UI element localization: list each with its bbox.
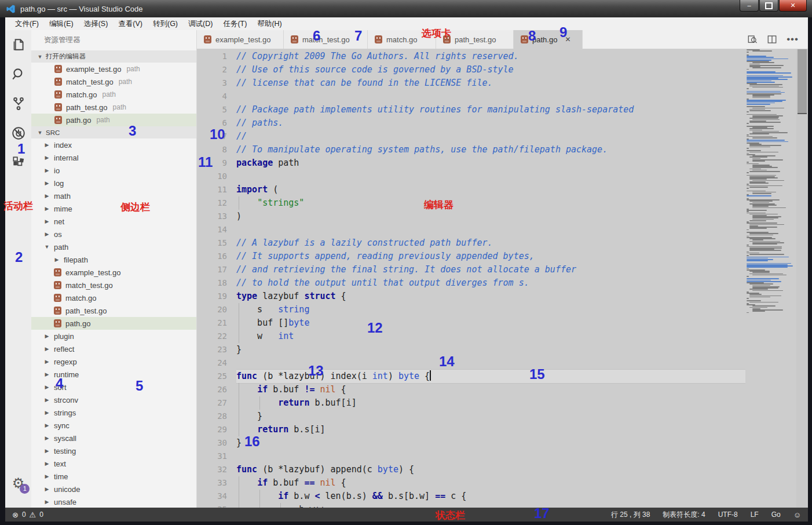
tree-item-unsafe[interactable]: ▶unsafe (31, 495, 196, 508)
debug-icon[interactable] (11, 126, 26, 141)
menu-item-s[interactable]: 选择(S) (79, 17, 114, 30)
open-preview-icon[interactable] (747, 34, 758, 45)
open-editors-header[interactable]: ▼ 打开的编辑器 (31, 50, 196, 63)
open-editor-item-match.go[interactable]: match.gopath (31, 88, 196, 101)
tree-item-reflect[interactable]: ▶reflect (31, 342, 196, 355)
minimize-button[interactable]: – (740, 0, 759, 12)
tree-item-path_test.go[interactable]: path_test.go (31, 304, 196, 317)
code-line-34: if b.w < len(b.s) && b.s[b.w] == c { (236, 490, 808, 503)
settings-button[interactable]: ⚙1 (12, 476, 25, 490)
minimap-line (747, 213, 766, 214)
minimap-line (752, 67, 781, 68)
indent-guide (239, 423, 239, 436)
problems-indicator[interactable]: ⊗ 0 ⚠ 0 (12, 511, 43, 519)
tree-item-path[interactable]: ▼path (31, 240, 196, 253)
chevron-right-icon: ▶ (44, 231, 50, 237)
tab-path_test.go[interactable]: path_test.go (436, 30, 514, 49)
status-eol[interactable]: LF (751, 511, 759, 519)
code-area[interactable]: // Copyright 2009 The Go Authors. All ri… (236, 49, 808, 508)
tree-item-match.go[interactable]: match.go (31, 291, 196, 304)
status-encoding[interactable]: UTF-8 (718, 511, 738, 519)
menu-item-t[interactable]: 任务(T) (218, 17, 252, 30)
line-number: 22 (197, 330, 227, 343)
warning-count: 0 (39, 511, 43, 519)
tree-item-label: net (54, 217, 64, 226)
minimap[interactable] (745, 49, 796, 508)
chevron-right-icon: ▶ (44, 167, 50, 173)
tab-match.go[interactable]: match.go (368, 30, 436, 49)
tree-item-net[interactable]: ▶net (31, 215, 196, 228)
tree-item-match_test.go[interactable]: match_test.go (31, 279, 196, 291)
open-editor-item-example_test.go[interactable]: example_test.gopath (31, 63, 196, 75)
menu-item-g[interactable]: 转到(G) (148, 17, 183, 30)
source-control-icon[interactable] (11, 96, 26, 111)
menu-item-e[interactable]: 编辑(E) (44, 17, 79, 30)
src-section-header[interactable]: ▼ SRC (31, 126, 196, 138)
line-number: 14 (197, 223, 227, 236)
feedback-smiley-icon[interactable]: ☺ (793, 511, 801, 519)
split-editor-icon[interactable] (767, 34, 777, 45)
tree-item-runtime[interactable]: ▶runtime (31, 368, 196, 381)
status-tab-size[interactable]: 制表符长度: 4 (663, 510, 705, 520)
tree-item-testing[interactable]: ▶testing (31, 444, 196, 457)
tree-item-sync[interactable]: ▶sync (31, 419, 196, 432)
explorer-icon[interactable] (11, 37, 26, 52)
menu-item-d[interactable]: 调试(D) (183, 17, 218, 30)
indent-guide (239, 196, 239, 210)
search-icon[interactable] (11, 67, 26, 82)
minimap-line (749, 294, 762, 295)
close-button[interactable]: ✕ (779, 0, 807, 12)
chevron-right-icon: ▶ (44, 180, 50, 186)
code-line-15: // A lazybuf is a lazily constructed pat… (236, 236, 808, 250)
minimap-line (749, 133, 769, 134)
close-tab-icon[interactable]: ✕ (565, 35, 570, 43)
menu-item-h[interactable]: 帮助(H) (252, 17, 287, 30)
editor[interactable]: 1234567891011121314151617181920212223242… (197, 49, 808, 508)
tree-item-plugin[interactable]: ▶plugin (31, 330, 196, 342)
minimap-line (749, 118, 778, 119)
status-bar: ⊗ 0 ⚠ 0 行 25 , 列 38制表符长度: 4UTF-8LFGo☺ (5, 508, 808, 522)
minimap-line (752, 275, 787, 276)
editor-scrollbar[interactable] (796, 49, 808, 508)
tree-item-math[interactable]: ▶math (31, 189, 196, 202)
tree-item-unicode[interactable]: ▶unicode (31, 483, 196, 495)
tree-item-filepath[interactable]: ▶filepath (31, 253, 196, 266)
menu-item-f[interactable]: 文件(F) (10, 17, 44, 30)
extensions-icon[interactable] (11, 155, 26, 170)
tree-item-label: sort (54, 383, 67, 392)
minimap-line (752, 137, 777, 138)
status-language-mode[interactable]: Go (771, 511, 781, 519)
tree-item-text[interactable]: ▶text (31, 457, 196, 470)
open-editor-item-path_test.go[interactable]: path_test.gopath (31, 101, 196, 114)
tree-item-strings[interactable]: ▶strings (31, 406, 196, 419)
tree-item-os[interactable]: ▶os (31, 228, 196, 240)
tab-path.go[interactable]: path.go✕ (514, 30, 583, 49)
open-editor-item-path.go[interactable]: path.gopath (31, 114, 196, 126)
tree-item-syscall[interactable]: ▶syscall (31, 432, 196, 444)
tree-item-example_test.go[interactable]: example_test.go (31, 266, 196, 279)
tree-item-label: plugin (54, 332, 74, 341)
tree-item-path.go[interactable]: path.go (31, 317, 196, 330)
line-number: 17 (197, 263, 227, 276)
open-editor-item-match_test.go[interactable]: match_test.gopath (31, 75, 196, 88)
tab-example_test.go[interactable]: example_test.go (197, 30, 284, 49)
maximize-button[interactable] (759, 0, 778, 12)
line-number: 29 (197, 423, 227, 436)
tree-item-io[interactable]: ▶io (31, 164, 196, 177)
tab-match_test.go[interactable]: match_test.go (284, 30, 368, 49)
tree-item-log[interactable]: ▶log (31, 177, 196, 189)
tree-item-mime[interactable]: ▶mime (31, 202, 196, 215)
tree-item-regexp[interactable]: ▶regexp (31, 355, 196, 368)
line-number: 33 (197, 476, 227, 490)
tree-item-internal[interactable]: ▶internal (31, 151, 196, 164)
more-actions-icon[interactable]: ••• (787, 34, 799, 45)
minimap-line (747, 223, 777, 224)
go-file-icon (54, 103, 62, 111)
tree-item-time[interactable]: ▶time (31, 470, 196, 483)
tree-item-index[interactable]: ▶index (31, 138, 196, 151)
status-cursor-position[interactable]: 行 25 , 列 38 (611, 510, 650, 520)
menu-item-v[interactable]: 查看(V) (113, 17, 148, 30)
scrollbar-thumb[interactable] (798, 49, 807, 114)
tree-item-sort[interactable]: ▶sort (31, 381, 196, 393)
tree-item-strconv[interactable]: ▶strconv (31, 393, 196, 406)
